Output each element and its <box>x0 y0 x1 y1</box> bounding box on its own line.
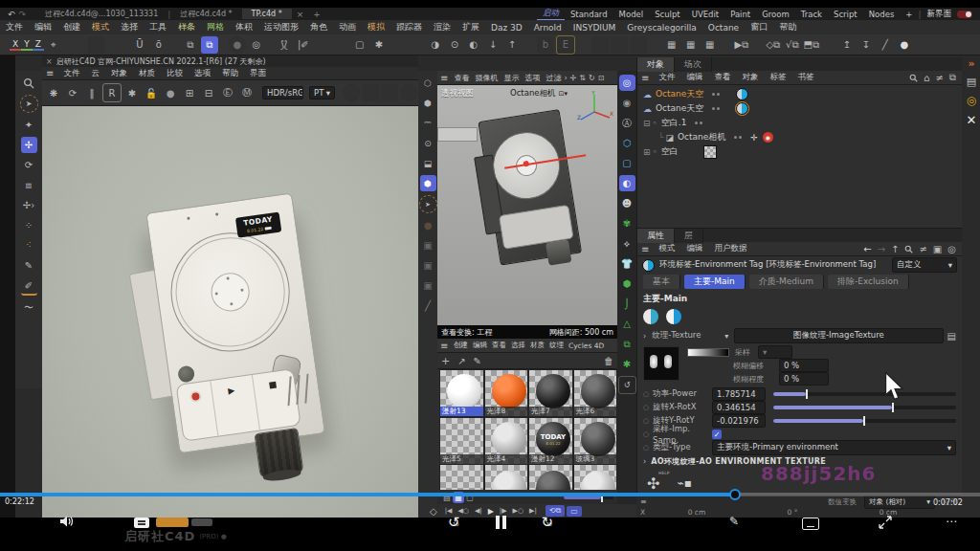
curve-node-icon[interactable]: √⧉ <box>784 36 801 54</box>
zoom-tool-icon[interactable] <box>21 75 37 91</box>
texture-tag-icon[interactable] <box>703 145 717 159</box>
viewport-menu-item[interactable]: 选项 <box>522 73 543 83</box>
attr-menu-item[interactable]: 模式 <box>653 243 680 254</box>
material-item[interactable]: TODAY 8.01.22 漫射12 <box>528 417 573 465</box>
doc-tab-add-icon[interactable]: + <box>313 10 321 19</box>
texture-circle-icon[interactable] <box>666 309 681 324</box>
menu-item[interactable]: 模式 <box>86 21 115 33</box>
menu-item[interactable]: 工具 <box>144 21 172 33</box>
workspace-tab[interactable]: UVEdit <box>686 10 725 19</box>
texture-value-button[interactable]: 图像纹理-ImageTexture <box>734 328 943 343</box>
edit-note-icon[interactable]: ✎ <box>729 515 739 528</box>
render-icon[interactable]: ◑ <box>427 36 444 54</box>
picker-m-icon[interactable]: Ⓜ <box>238 84 256 101</box>
preset-dropdown[interactable]: 自定义▾ <box>892 257 957 273</box>
om-menu-item[interactable]: 标签 <box>764 72 791 83</box>
undo-icon[interactable]: ↶ <box>8 10 15 19</box>
palette-icon[interactable]: ▣ <box>420 257 436 274</box>
octane-logo-icon[interactable]: ❋ <box>45 84 62 101</box>
help-fan-icon[interactable]: ✣ HELP <box>647 474 659 493</box>
sphere-icon[interactable]: ● <box>896 36 913 54</box>
workspace-tab[interactable]: Track <box>795 10 828 19</box>
share-material-icon[interactable]: ↗ <box>457 356 465 366</box>
material-item[interactable] <box>484 465 529 490</box>
tab-main[interactable]: 主要-Main <box>684 275 746 289</box>
polygon-mode-icon[interactable]: ⬢ <box>420 175 436 191</box>
more-options-icon[interactable]: ⋯ <box>946 515 958 528</box>
menu-item[interactable]: 渲染 <box>428 21 457 33</box>
chevron-right-icon[interactable]: › <box>564 74 567 82</box>
octane-menu-item[interactable]: 云 <box>85 68 105 79</box>
object-mode-icon[interactable]: ⬢ <box>420 95 436 111</box>
texture-dropdown-icon[interactable]: ▾ <box>724 332 728 341</box>
green-gear-icon[interactable]: ✾ <box>619 215 635 231</box>
power-value[interactable]: 1.785714 <box>712 387 766 401</box>
green-hook-icon[interactable]: ⌡ <box>619 296 635 312</box>
keyframe-icon[interactable]: ◇ <box>430 506 437 517</box>
kernel-dropdown[interactable]: PT▾ <box>309 86 335 99</box>
add-material-icon[interactable]: + <box>441 355 450 367</box>
om-menu-item[interactable]: 对象 <box>736 72 764 83</box>
reset-icon[interactable]: R <box>102 83 122 102</box>
workplane-icon[interactable]: ⌖ <box>45 36 62 54</box>
home-icon[interactable]: ⌂ <box>924 73 929 83</box>
toolbar-icon[interactable] <box>362 84 379 101</box>
snap-enabled-icon[interactable]: ⧉ <box>201 36 218 54</box>
material-menu-item[interactable]: 查看 <box>489 341 508 350</box>
octane-menu-item[interactable]: 文件 <box>57 68 85 79</box>
material-item[interactable]: 光泽4 <box>484 417 529 465</box>
search-icon[interactable] <box>904 245 913 253</box>
octane-camera-tag-icon[interactable]: ◉ <box>763 132 773 143</box>
danmaku-badge[interactable] <box>156 518 189 527</box>
object-row-null-2[interactable]: ⊞ ◦ 空白 <box>643 144 962 159</box>
octane-menu-item[interactable]: 比较 <box>161 68 189 79</box>
workspace-add-icon[interactable]: + <box>900 10 918 19</box>
camera-icon[interactable] <box>381 84 398 101</box>
expand-arrow-icon[interactable]: › <box>643 332 646 341</box>
attr-menu-item[interactable]: 用户数据 <box>708 243 752 254</box>
toolbar-icon[interactable] <box>343 84 360 101</box>
menu-item[interactable]: 扩展 <box>457 21 485 33</box>
doc-tab-1[interactable]: 过程c4d.c4d@...1030_113331 <box>35 8 167 20</box>
viewport-camera-label[interactable]: Octane相机⊡▾ <box>510 88 568 99</box>
live-selection-icon[interactable]: ➤ <box>20 95 38 113</box>
material-menu-item[interactable]: Cycles 4D <box>566 342 606 350</box>
object-row-octane-sky-1[interactable]: ☁ Octane天空 <box>643 87 962 101</box>
pencil-icon[interactable]: ╱ <box>877 36 894 54</box>
key-icon[interactable]: b <box>537 36 554 54</box>
move-snap-icon[interactable]: ✢› <box>21 197 37 213</box>
hamburger-icon[interactable]: ≡ <box>440 341 448 351</box>
collapse-icon[interactable]: ⊟ <box>643 119 651 128</box>
select-settings-icon[interactable]: ✦ <box>21 117 37 133</box>
region-add-icon[interactable]: ⊞ <box>181 84 198 101</box>
model-mode-icon[interactable]: ⬡ <box>420 75 436 91</box>
roty-slider[interactable] <box>773 419 956 423</box>
texture-thumbnail[interactable] <box>643 346 679 381</box>
file-browse-icon[interactable]: ▤ <box>947 331 956 342</box>
menu-item[interactable]: 样条 <box>172 21 201 33</box>
render-settings-icon[interactable]: ✱ <box>123 84 141 101</box>
live-select-icon[interactable]: ➤ <box>419 195 437 213</box>
archive-icon[interactable]: ⬒⧉ <box>803 36 820 54</box>
danmaku-badge-2[interactable] <box>191 518 212 526</box>
material-menu-item[interactable]: 选择 <box>508 341 527 350</box>
roty-value[interactable]: -0.021976 <box>712 414 766 428</box>
menu-item[interactable]: 角色 <box>304 21 333 33</box>
blur-scale-value[interactable]: 0 % <box>779 372 829 386</box>
menu-item[interactable]: 运动图形 <box>258 21 304 33</box>
reload-box-icon[interactable]: ↺ <box>618 376 636 394</box>
rotx-value[interactable]: 0.346154 <box>712 401 766 414</box>
lock-resolution-icon[interactable]: 🔓 <box>143 84 160 101</box>
tab-basic[interactable]: 基本 <box>643 275 680 289</box>
workspace-tab[interactable]: Paint <box>724 10 756 19</box>
workspace-tab[interactable]: Standard <box>565 10 613 19</box>
material-item[interactable]: 光泽6 <box>573 369 618 417</box>
coords-space-dropdown[interactable]: 对象 (相对)▾ <box>864 496 935 509</box>
material-item[interactable]: 光泽8 <box>484 369 529 417</box>
node-graph-icon[interactable]: ⌁▪ <box>677 476 691 490</box>
tab-takes[interactable]: 场次 <box>675 57 712 72</box>
doc-tab-2[interactable]: 过程c4d.c4d * <box>170 8 241 20</box>
octane-menu-item[interactable]: 材质 <box>133 68 161 79</box>
menu-item[interactable]: 窗口 <box>745 21 773 33</box>
brush-tool-icon[interactable]: ✎ <box>21 257 37 274</box>
